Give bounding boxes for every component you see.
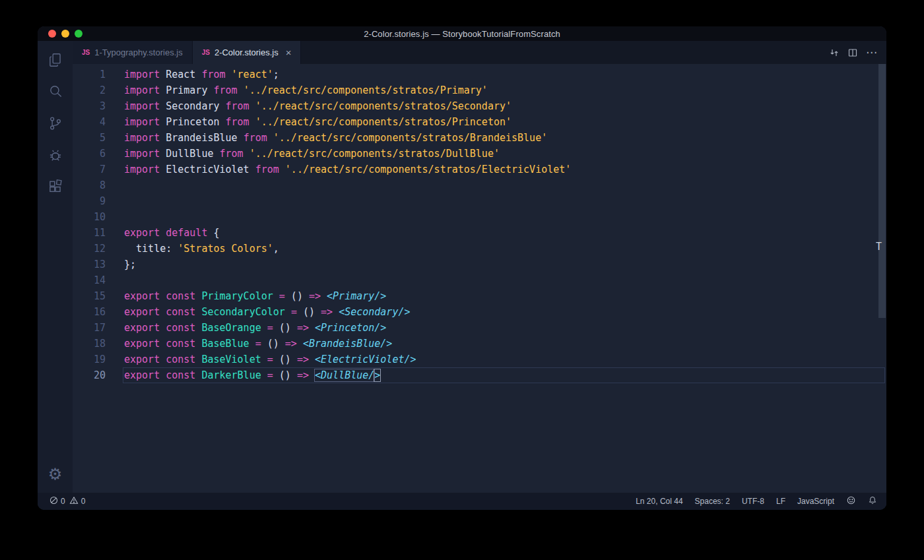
line-content: export const BaseOrange = () => <Princet… xyxy=(106,320,386,336)
title-bar: 2-Color.stories.js — StorybookTutorialFr… xyxy=(38,26,886,41)
code-line-17[interactable]: 17export const BaseOrange = () => <Princ… xyxy=(73,320,886,336)
feedback-smiley-icon[interactable] xyxy=(846,495,856,507)
tab-1-Typography.stories.js[interactable]: JS1-Typography.stories.js xyxy=(73,41,193,64)
line-content xyxy=(106,177,124,193)
line-number: 19 xyxy=(73,352,106,367)
line-number: 5 xyxy=(73,130,106,146)
open-changes-icon[interactable] xyxy=(829,47,840,58)
extensions-icon[interactable] xyxy=(44,175,67,198)
storybook-js-file-icon: JS xyxy=(82,49,90,56)
tab-label: 2-Color.stories.js xyxy=(214,47,279,57)
tab-2-Color.stories.js[interactable]: JS2-Color.stories.js× xyxy=(193,41,302,64)
debug-icon[interactable] xyxy=(44,144,67,166)
line-content: import Secondary from '../react/src/comp… xyxy=(106,98,512,114)
code-line-11[interactable]: 11export default { xyxy=(73,225,886,241)
status-item[interactable]: Ln 20, Col 44 xyxy=(636,497,682,506)
code-line-19[interactable]: 19export const BaseViolet = () => <Elect… xyxy=(73,352,886,367)
line-number: 10 xyxy=(73,209,106,225)
status-item[interactable]: UTF-8 xyxy=(742,497,764,506)
close-window-button[interactable] xyxy=(48,30,56,38)
line-content: export const BaseViolet = () => <Electri… xyxy=(106,352,416,367)
line-number: 17 xyxy=(73,320,106,336)
line-number: 11 xyxy=(73,225,106,241)
status-item[interactable]: JavaScript xyxy=(797,497,834,506)
code-line-7[interactable]: 7import ElectricViolet from '../react/sr… xyxy=(73,162,886,177)
line-content: import ElectricViolet from '../react/src… xyxy=(106,162,571,177)
warnings-icon xyxy=(69,496,79,507)
line-content: import React from 'react'; xyxy=(106,67,279,82)
line-content: export const DarkerBlue = () => <DullBlu… xyxy=(106,367,380,383)
code-line-10[interactable]: 10 xyxy=(73,209,886,225)
status-right: Ln 20, Col 44Spaces: 2UTF-8LFJavaScript xyxy=(636,495,877,507)
activity-bar: ⚙ xyxy=(38,41,73,493)
line-number: 15 xyxy=(73,288,106,304)
code-line-12[interactable]: 12 title: 'Stratos Colors', xyxy=(73,241,886,257)
line-content: import Primary from '../react/src/compon… xyxy=(106,82,488,98)
line-content: import Princeton from '../react/src/comp… xyxy=(106,114,512,130)
line-number: 4 xyxy=(73,114,106,130)
tab-close-icon[interactable]: × xyxy=(286,47,292,57)
code-line-15[interactable]: 15export const PrimaryColor = () => <Pri… xyxy=(73,288,886,304)
settings-gear-icon[interactable]: ⚙ xyxy=(48,465,63,493)
line-number: 9 xyxy=(73,193,106,209)
line-content: import DullBlue from '../react/src/compo… xyxy=(106,146,500,162)
tab-label: 1-Typography.stories.js xyxy=(94,47,182,57)
line-content: export default { xyxy=(106,225,220,241)
warning-count: 0 xyxy=(81,497,86,506)
split-editor-icon[interactable] xyxy=(847,47,858,58)
code-line-6[interactable]: 6import DullBlue from '../react/src/comp… xyxy=(73,146,886,162)
status-item[interactable]: LF xyxy=(776,497,785,506)
code-line-9[interactable]: 9 xyxy=(73,193,886,209)
status-item[interactable]: Spaces: 2 xyxy=(695,497,730,506)
vscode-window: 2-Color.stories.js — StorybookTutorialFr… xyxy=(38,26,886,510)
line-content xyxy=(106,209,124,225)
overview-ruler-marker: T xyxy=(876,241,882,253)
line-content: export const SecondaryColor = () => <Sec… xyxy=(106,304,411,320)
line-content xyxy=(106,272,124,288)
window-title: 2-Color.stories.js — StorybookTutorialFr… xyxy=(364,29,560,39)
zoom-window-button[interactable] xyxy=(75,30,82,38)
code-line-2[interactable]: 2import Primary from '../react/src/compo… xyxy=(73,82,886,98)
traffic-lights xyxy=(48,30,82,38)
notifications-bell-icon[interactable] xyxy=(868,495,877,507)
error-count: 0 xyxy=(61,497,65,506)
line-number: 7 xyxy=(73,162,106,177)
code-editor[interactable]: 1import React from 'react';2import Prima… xyxy=(73,64,886,493)
code-line-1[interactable]: 1import React from 'react'; xyxy=(73,67,886,82)
code-line-8[interactable]: 8 xyxy=(73,177,886,193)
line-number: 13 xyxy=(73,257,106,272)
code-line-4[interactable]: 4import Princeton from '../react/src/com… xyxy=(73,114,886,130)
line-content: export const BaseBlue = () => <BrandeisB… xyxy=(106,336,392,352)
code-line-5[interactable]: 5import BrandeisBlue from '../react/src/… xyxy=(73,130,886,146)
code-line-3[interactable]: 3import Secondary from '../react/src/com… xyxy=(73,98,886,114)
errors-icon xyxy=(50,496,58,507)
tab-bar: JS1-Typography.stories.jsJS2-Color.stori… xyxy=(73,41,886,64)
code-line-18[interactable]: 18export const BaseBlue = () => <Brandei… xyxy=(73,336,886,352)
line-content xyxy=(106,193,124,209)
code-line-16[interactable]: 16export const SecondaryColor = () => <S… xyxy=(73,304,886,320)
code-line-14[interactable]: 14 xyxy=(73,272,886,288)
problems-indicator[interactable]: 0 0 xyxy=(50,496,85,507)
line-number: 1 xyxy=(73,67,106,82)
source-control-icon[interactable] xyxy=(44,112,67,135)
status-bar: 0 0 Ln 20, Col 44Spaces: 2UTF-8LFJavaScr… xyxy=(38,493,886,510)
line-content: import BrandeisBlue from '../react/src/c… xyxy=(106,130,547,146)
vertical-scrollbar[interactable] xyxy=(878,64,886,318)
line-number: 20 xyxy=(73,367,106,383)
search-icon[interactable] xyxy=(44,80,67,103)
line-number: 3 xyxy=(73,98,106,114)
line-content: }; xyxy=(106,257,136,272)
line-content: export const PrimaryColor = () => <Prima… xyxy=(106,288,386,304)
line-number: 6 xyxy=(73,146,106,162)
line-number: 18 xyxy=(73,336,106,352)
line-number: 12 xyxy=(73,241,106,257)
more-actions-icon[interactable]: ⋯ xyxy=(866,47,877,58)
code-line-13[interactable]: 13}; xyxy=(73,257,886,272)
minimize-window-button[interactable] xyxy=(61,30,69,38)
code-line-20[interactable]: 20export const DarkerBlue = () => <DullB… xyxy=(73,367,886,383)
storybook-js-file-icon: JS xyxy=(202,49,210,56)
line-content: title: 'Stratos Colors', xyxy=(106,241,279,257)
explorer-icon[interactable] xyxy=(44,49,67,71)
line-number: 2 xyxy=(73,82,106,98)
editor-actions: ⋯ xyxy=(829,41,886,64)
